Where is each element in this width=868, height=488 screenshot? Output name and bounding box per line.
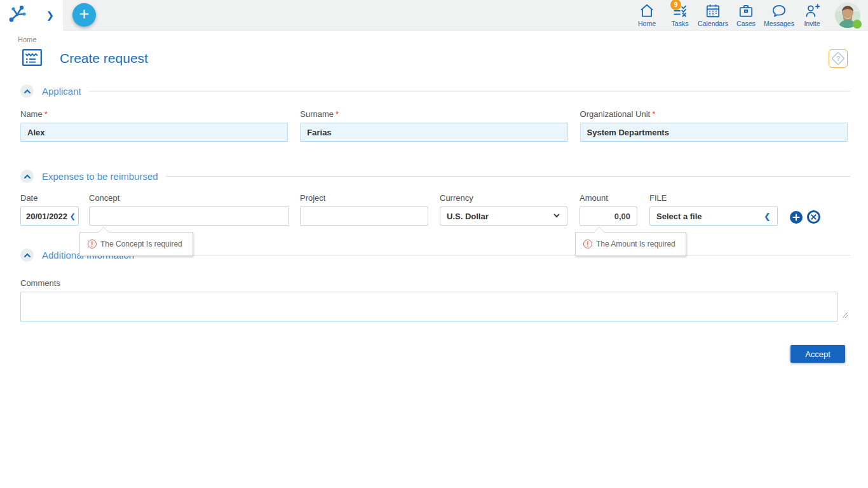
- nav-item-messages[interactable]: Messages: [763, 1, 796, 29]
- nav-label: Home: [638, 20, 656, 27]
- nav-label: Messages: [764, 20, 794, 27]
- error-icon: !: [88, 240, 97, 248]
- date-picker-collapse-icon[interactable]: ❮: [70, 212, 76, 220]
- field-label-project: Project: [300, 193, 428, 203]
- section-divider: [166, 176, 850, 177]
- new-case-button[interactable]: +: [72, 3, 96, 27]
- amount-field[interactable]: 0,00: [580, 207, 637, 226]
- error-icon: !: [583, 240, 592, 248]
- error-text: The Concept Is required: [100, 240, 182, 248]
- invite-user-icon: [804, 3, 820, 19]
- section-header-applicant: Applicant: [20, 85, 850, 98]
- section-additional-information: Additional Information Comments: [20, 248, 850, 325]
- collapse-additional-button[interactable]: [20, 248, 34, 262]
- required-asterisk: *: [652, 109, 655, 119]
- section-applicant: Applicant Name* Alex Surname* Farías Org…: [20, 85, 850, 142]
- expenses-fields-row: Date 20/01/2022 ❮ Concept Project Curren…: [20, 193, 850, 226]
- online-status-dot: [853, 20, 862, 29]
- field-label-currency: Currency: [440, 193, 567, 203]
- app-logo-icon[interactable]: [6, 3, 28, 27]
- nav-label: Invite: [804, 20, 820, 27]
- nav-label: Calendars: [698, 20, 728, 27]
- form-actions: Accept: [20, 345, 850, 363]
- user-avatar[interactable]: [835, 3, 860, 28]
- field-label-name: Name*: [20, 109, 288, 119]
- main-content: Home Create request ? Applicant: [0, 36, 868, 363]
- message-bubble-icon: [771, 3, 787, 19]
- field-label-date: Date: [20, 193, 79, 203]
- home-icon: [639, 3, 655, 19]
- field-label-comments: Comments: [20, 278, 850, 288]
- file-collapse-icon[interactable]: ❮: [764, 212, 771, 221]
- required-asterisk: *: [44, 109, 48, 119]
- section-title: Expenses to be reimbursed: [42, 171, 158, 182]
- row-actions: [790, 210, 820, 224]
- page-header: Create request ?: [20, 45, 850, 72]
- expand-menu-chevron-icon[interactable]: ❯: [46, 10, 54, 21]
- breadcrumb[interactable]: Home: [18, 36, 850, 43]
- organizational-unit-field[interactable]: System Departments: [580, 123, 848, 142]
- collapse-applicant-button[interactable]: [20, 85, 34, 98]
- field-label-surname: Surname*: [300, 109, 567, 119]
- logo-area: ❯: [0, 0, 63, 30]
- top-navigation: Home 9 Tasks Calendars: [630, 1, 868, 29]
- section-header-expenses: Expenses to be reimbursed: [20, 170, 850, 183]
- field-label-amount: Amount: [580, 193, 637, 203]
- applicant-fields-row: Name* Alex Surname* Farías Organizationa…: [20, 109, 850, 142]
- concept-field[interactable]: [89, 207, 289, 226]
- section-title: Applicant: [42, 86, 81, 97]
- file-field[interactable]: Select a file ❮: [649, 207, 778, 226]
- field-label-organizational-unit: Organizational Unit*: [580, 109, 848, 119]
- surname-field[interactable]: Farías: [300, 123, 567, 142]
- section-divider: [142, 255, 850, 255]
- nav-label: Tasks: [672, 20, 689, 27]
- nav-item-cases[interactable]: Cases: [729, 1, 763, 29]
- briefcase-icon: [738, 3, 754, 19]
- form-icon: [20, 46, 44, 72]
- concept-error-tooltip: ! The Concept Is required: [79, 232, 193, 256]
- svg-text:?: ?: [836, 55, 840, 62]
- calendar-icon: [705, 3, 721, 19]
- nav-label: Cases: [736, 20, 756, 27]
- comments-wrap: [20, 292, 850, 325]
- name-field[interactable]: Alex: [20, 123, 288, 142]
- nav-item-calendars[interactable]: Calendars: [696, 1, 729, 29]
- comments-textarea[interactable]: [20, 292, 837, 322]
- error-text: The Amount Is required: [596, 240, 675, 248]
- field-label-concept: Concept: [89, 193, 289, 203]
- currency-select[interactable]: U.S. Dollar: [440, 207, 567, 226]
- date-field[interactable]: 20/01/2022 ❮: [20, 207, 79, 226]
- amount-error-tooltip: ! The Amount Is required: [575, 232, 686, 256]
- accept-button[interactable]: Accept: [790, 345, 845, 363]
- collapse-expenses-button[interactable]: [20, 170, 34, 183]
- top-bar: ❯ + Home 9 Tasks: [0, 0, 868, 30]
- required-asterisk: *: [336, 109, 339, 119]
- field-label-file: FILE: [649, 193, 778, 203]
- nav-item-invite[interactable]: Invite: [796, 1, 829, 29]
- project-field[interactable]: [300, 207, 428, 226]
- section-expenses: Expenses to be reimbursed Date 20/01/202…: [20, 170, 850, 226]
- resize-handle[interactable]: [842, 309, 848, 321]
- process-help-button[interactable]: ?: [829, 49, 848, 68]
- nav-item-home[interactable]: Home: [630, 1, 663, 29]
- nav-item-tasks[interactable]: 9 Tasks: [663, 1, 696, 29]
- remove-row-button[interactable]: [807, 210, 820, 224]
- chevron-down-icon: [553, 212, 560, 221]
- section-divider: [89, 91, 850, 92]
- page-title: Create request: [60, 51, 148, 66]
- add-row-button[interactable]: [790, 211, 803, 224]
